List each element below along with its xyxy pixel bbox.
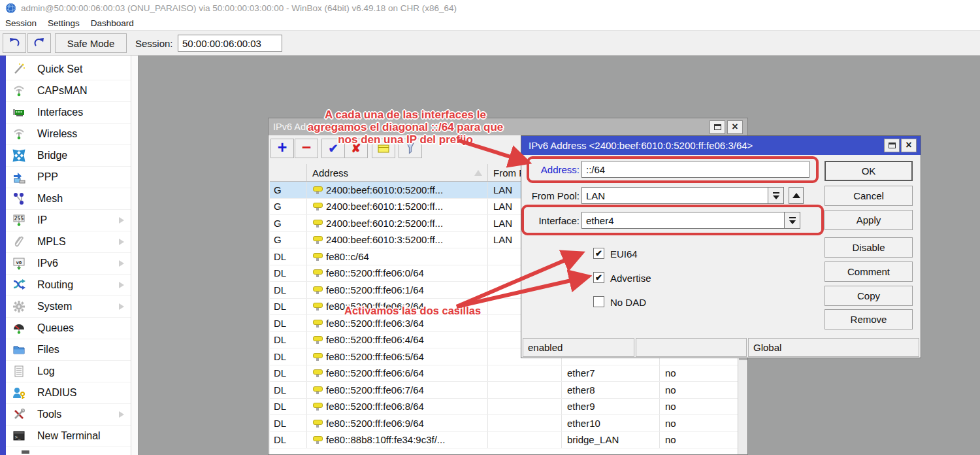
status-middle [636,338,747,357]
comment-button[interactable] [372,139,395,158]
remove-button[interactable]: Remove [825,309,913,329]
disable-button[interactable]: Disable [825,237,913,258]
sidebar-item-log[interactable]: Log [6,361,131,382]
table-row[interactable]: DLfe80::5200:ff:fe06:6/64ether7no [270,365,738,382]
ipv6-address-icon [312,435,322,445]
menu-dashboard[interactable]: Dashboard [91,18,134,28]
apply-button[interactable]: Apply [825,210,913,230]
ppp-card-icon [12,170,26,184]
enable-button[interactable]: ✔ [321,139,345,158]
maximize-button[interactable] [884,139,900,152]
from-pool-label: From Pool: [524,190,580,201]
interface-field[interactable]: ether4 [581,212,785,229]
comment-button[interactable]: Comment [825,261,913,282]
sidebar-item-tools[interactable]: Tools [6,404,131,426]
ipv6-address-icon [312,318,322,328]
disable-button[interactable]: ✘ [344,139,368,158]
status-scope: Global [748,338,919,357]
menu-session[interactable]: Session [5,18,37,28]
minus-icon: − [302,139,312,156]
filter-funnel-icon [404,142,417,155]
app-titlebar: admin@50:00:00:06:00:03 (ONU_PARAISO) vi… [0,0,980,16]
antenna-icon [12,127,26,141]
column-header-flags[interactable] [270,164,307,181]
close-icon: × [906,140,911,150]
table-row[interactable]: DLfe80::5200:ff:fe06:9/64ether10no [270,415,738,432]
sidebar-item-system[interactable]: System [6,296,131,318]
close-icon: × [732,122,738,132]
redo-button[interactable] [27,33,51,53]
from-pool-field[interactable]: LAN [581,187,768,204]
sidebar-item-capsman[interactable]: CAPsMAN [6,80,131,102]
plus-icon: + [278,139,287,156]
sort-ascending-icon [474,170,482,176]
advertise-checkbox[interactable]: ✔ [593,272,604,283]
table-row[interactable]: DLfe80::5200:ff:fe06:8/64ether9no [270,399,738,416]
ipv6-monitor-icon: v6 [12,256,26,271]
sidebar-item-quick-set[interactable]: Quick Set [6,59,131,80]
sidebar-item-mpls[interactable]: MPLS [6,231,131,253]
safe-mode-button[interactable]: Safe Mode [55,33,127,53]
interface-dropdown-button[interactable] [785,212,800,229]
sidebar-item-radius[interactable]: RADIUS [6,382,131,404]
session-field[interactable]: 50:00:00:06:00:03 [178,35,282,52]
wand-icon [12,62,26,76]
add-button[interactable]: + [270,139,294,158]
sidebar-item-routing[interactable]: Routing [6,275,131,296]
column-header-address[interactable]: Address [307,164,488,181]
ipv6-address-icon [312,418,322,428]
sidebar-item-ipv6[interactable]: v6 IPv6 [6,253,131,275]
submenu-arrow-icon [119,260,124,267]
ok-button[interactable]: OK [825,161,913,181]
menu-settings[interactable]: Settings [48,18,80,28]
sidebar-item-new-terminal[interactable]: >_ New Terminal [6,426,131,447]
ipv6-address-icon [312,235,322,244]
sidebar-item-queues[interactable]: Queues [6,318,131,339]
dialog-titlebar[interactable]: IPv6 Address <2400:beef:6010:0:5200:ff:f… [521,136,921,155]
sidebar-item-interfaces[interactable]: Interfaces [6,102,131,124]
address-label: Address: [524,164,580,175]
close-button[interactable]: × [727,120,743,134]
remove-button[interactable]: − [295,139,318,158]
submenu-arrow-icon [119,303,124,310]
cancel-button[interactable]: Cancel [825,186,913,206]
sidebar-item-wireless[interactable]: Wireless [6,124,131,145]
winbox-globe-icon [5,3,16,14]
sidebar-item-bridge[interactable]: Bridge [6,145,131,167]
submenu-arrow-icon [119,217,124,224]
sidebar-scrollbar[interactable] [131,56,139,455]
cross-icon: ✘ [351,141,361,156]
table-row[interactable]: DLfe80::5200:ff:fe06:7/64ether8no [270,382,738,399]
sidebar-item-ip[interactable]: 255 IP [6,210,131,231]
ipv6-address-icon [312,385,322,395]
undo-button[interactable] [3,33,26,53]
svg-text:v6: v6 [16,260,22,265]
table-row[interactable]: DLfe80::88b8:10ff:fe34:9c3f/...bridge_LA… [270,432,738,449]
from-pool-up-button[interactable] [789,187,804,204]
ipv6-address-icon [312,185,322,195]
submenu-arrow-icon [119,239,124,245]
from-pool-dropdown-button[interactable] [768,187,784,204]
no-dad-checkbox[interactable] [593,296,604,307]
mesh-nodes-icon [12,192,26,206]
address-field[interactable]: ::/64 [581,161,809,178]
filter-button[interactable] [399,139,422,158]
sidebar-accent-bar [0,56,6,455]
svg-text:>_: >_ [15,435,21,440]
sidebar-item-files[interactable]: Files [6,339,131,361]
list-window-title: IPv6 Address List [273,122,346,132]
sidebar-item-ppp[interactable]: PPP [6,167,131,188]
dropdown-arrow-icon [773,192,779,199]
list-window-titlebar[interactable]: IPv6 Address List × [269,118,747,135]
eui64-checkbox[interactable]: ✔ [593,248,604,259]
ipv6-address-icon [312,401,322,411]
maximize-button[interactable] [710,120,725,134]
copy-button[interactable]: Copy [825,286,913,306]
ipv6-address-dialog: IPv6 Address <2400:beef:6010:0:5200:ff:f… [521,135,921,358]
undo-icon [8,37,21,50]
close-button[interactable]: × [901,139,917,152]
ip-255-icon: 255 [12,213,26,228]
sidebar-item-mesh[interactable]: Mesh [6,188,131,210]
ipv6-address-icon [312,352,322,362]
terminal-icon: >_ [12,429,26,443]
